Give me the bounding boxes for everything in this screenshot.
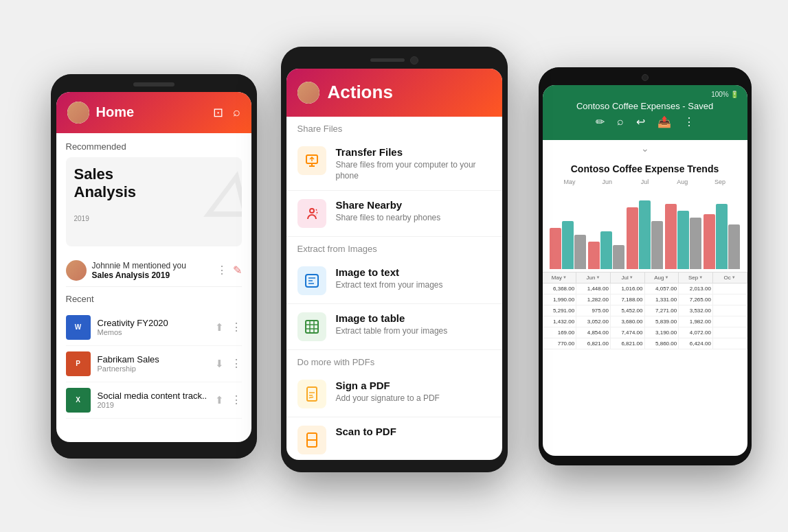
cell[interactable]: 1,982.00 [679, 316, 713, 327]
cell[interactable]: 169.00 [543, 327, 577, 338]
cell[interactable]: 770.00 [543, 338, 577, 349]
cell[interactable]: 5,860.00 [645, 338, 679, 349]
item-dots-icon[interactable]: ⋮ [231, 357, 242, 370]
cell [713, 316, 747, 327]
undo-icon[interactable]: ↩ [636, 115, 645, 128]
image-to-text-item[interactable]: Image to text Extract text from your ima… [286, 258, 502, 304]
cell[interactable]: 7,265.00 [679, 294, 713, 305]
bar-may-pink [550, 228, 561, 269]
transfer-files-item[interactable]: Transfer Files Share files from your com… [286, 138, 502, 192]
cell[interactable]: 4,072.00 [679, 327, 713, 338]
phone-middle: Actions Share Files [281, 47, 508, 472]
more-dots-icon[interactable]: ⋮ [216, 264, 227, 277]
bar-jun-pink [588, 242, 600, 269]
file-meta: 2019 [98, 401, 208, 409]
list-item[interactable]: X Social media content track.. 2019 ⬆ ⋮ [66, 382, 242, 419]
cell[interactable]: 3,532.00 [679, 305, 713, 316]
bar-may-gray [574, 235, 586, 269]
cell[interactable]: 6,424.00 [679, 338, 713, 349]
cell[interactable]: 1,282.00 [576, 294, 611, 305]
chart-label-jul: Jul [626, 178, 664, 185]
notification-item[interactable]: Johnnie M mentioned you Sales Analysis 2… [66, 255, 242, 287]
table-row: 770.00 6,821.00 6,821.00 5,860.00 6,424.… [543, 338, 747, 349]
upload-icon[interactable]: ⬆ [215, 394, 224, 406]
left-header-title: Home [96, 104, 135, 120]
cell[interactable]: 1,990.00 [543, 294, 577, 305]
download-icon[interactable]: ⬇ [215, 358, 224, 370]
cell[interactable]: 4,057.00 [645, 284, 679, 294]
item-dots-icon[interactable]: ⋮ [231, 321, 242, 334]
chart-label-aug: Aug [664, 178, 701, 185]
cell[interactable]: 1,016.00 [611, 284, 645, 294]
bar-jun-gray [613, 245, 624, 269]
cell[interactable]: 1,331.00 [645, 294, 679, 305]
right-header: 100% 🔋 Contoso Coffee Expenses - Saved ✏… [543, 85, 747, 140]
cell[interactable]: 3,052.00 [576, 316, 611, 327]
cell [713, 327, 747, 338]
bar-group-aug [665, 204, 702, 269]
list-item[interactable]: W Creativity FY2020 Memos ⬆ ⋮ [66, 310, 242, 346]
file-name: Creativity FY2020 [98, 318, 208, 328]
file-meta: Memos [98, 328, 208, 336]
cell[interactable]: 7,271.00 [645, 305, 679, 316]
scan-pdf-icon [297, 426, 326, 454]
cell[interactable]: 2,013.00 [679, 284, 713, 294]
sign-pdf-item[interactable]: Sign a PDF Add your signature to a PDF [286, 371, 502, 417]
item-dots-icon[interactable]: ⋮ [231, 393, 242, 406]
chart-label-sep: Sep [701, 178, 739, 185]
recommended-card[interactable]: SalesAnalysis 2019 △ [66, 157, 242, 246]
search-icon[interactable]: ⌕ [233, 105, 240, 119]
col-header-oc[interactable]: Oc ▼ [713, 273, 747, 283]
col-header-aug[interactable]: Aug ▼ [645, 273, 679, 283]
col-header-jul[interactable]: Jul ▼ [611, 273, 645, 283]
edit-icon[interactable]: ✎ [233, 264, 242, 277]
cell[interactable]: 1,432.00 [543, 316, 577, 327]
list-item[interactable]: P Fabrikam Sales Partnership ⬇ ⋮ [66, 346, 242, 382]
cell[interactable]: 5,452.00 [611, 305, 645, 316]
table-row: 1,432.00 3,052.00 3,680.00 5,839.00 1,98… [543, 316, 747, 327]
search-icon[interactable]: ⌕ [617, 115, 624, 128]
share-nearby-item[interactable]: Share Nearby Share files to nearby phone… [286, 191, 502, 237]
scan-pdf-item[interactable]: Scan to PDF [286, 417, 502, 459]
scene: Home ⊡ ⌕ Recommended SalesAnalysis 2019 … [16, 19, 772, 513]
share-nearby-name: Share Nearby [336, 199, 491, 211]
upload-icon[interactable]: ⬆ [215, 321, 224, 334]
right-camera [642, 74, 649, 81]
cell[interactable]: 7,188.00 [611, 294, 645, 305]
mid-camera [410, 56, 418, 65]
cell[interactable]: 4,854.00 [576, 327, 611, 338]
mid-screen: Actions Share Files [286, 69, 502, 460]
cell[interactable]: 1,448.00 [576, 284, 611, 294]
chevron-icon[interactable]: ⌄ [543, 140, 747, 157]
mid-header: Actions [286, 69, 502, 117]
cell[interactable]: 6,821.00 [611, 338, 645, 349]
col-header-may[interactable]: May ▼ [543, 273, 577, 283]
file-name: Fabrikam Sales [98, 354, 208, 365]
cell[interactable]: 3,190.00 [645, 327, 679, 338]
bar-may-teal [562, 221, 574, 269]
share-icon[interactable]: 📤 [657, 115, 671, 128]
cell[interactable]: 6,821.00 [576, 338, 611, 349]
cell[interactable]: 975.00 [576, 305, 611, 316]
notif-avatar [66, 260, 87, 281]
image-to-text-desc: Extract text from your images [336, 279, 491, 291]
cell[interactable]: 5,839.00 [645, 316, 679, 327]
image-to-table-item[interactable]: Image to table Extract table from your i… [286, 304, 502, 350]
cell[interactable]: 3,680.00 [611, 316, 645, 327]
transfer-files-icon [297, 146, 326, 175]
edit-icon[interactable]: ✏ [596, 115, 605, 128]
word-icon: W [66, 315, 91, 340]
more-icon[interactable]: ⋮ [684, 115, 695, 128]
cell[interactable]: 6,368.00 [543, 284, 577, 294]
excel-icon: X [66, 388, 91, 413]
file-name: Social media content track.. [98, 391, 208, 401]
cell[interactable]: 5,291.00 [543, 305, 577, 316]
cell[interactable]: 7,474.00 [611, 327, 645, 338]
col-header-sep[interactable]: Sep ▼ [679, 273, 713, 283]
chart-label-may: May [551, 178, 589, 185]
col-header-jun[interactable]: Jun ▼ [576, 273, 611, 283]
bar-group-may [550, 221, 587, 269]
folder-icon[interactable]: ⊡ [213, 105, 223, 120]
chart-label-jun: Jun [588, 178, 626, 185]
pdfs-label: Do more with PDFs [286, 350, 502, 371]
